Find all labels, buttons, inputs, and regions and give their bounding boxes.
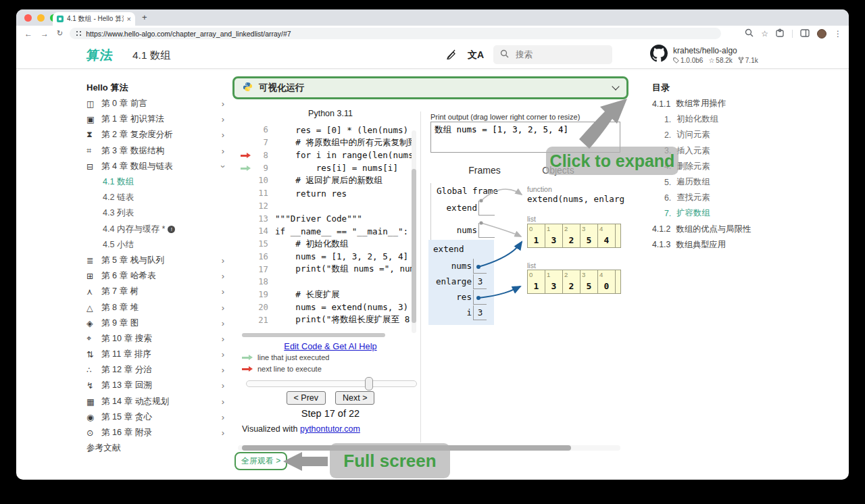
- sidebar-item[interactable]: ⊞第 6 章 哈希表›: [86, 268, 230, 284]
- code-text: print("数组 nums =", num: [275, 263, 415, 275]
- star-icon: ☆: [708, 57, 714, 64]
- hello-algo-logo[interactable]: 算法: [86, 47, 115, 64]
- repo-meta: 1.0.0b6 ☆58.2k 7.1k: [673, 57, 758, 64]
- code-text: nums = extend(nums, 3): [275, 302, 408, 312]
- minimize-window-button[interactable]: [37, 14, 45, 22]
- panel-divider: [420, 111, 421, 443]
- sidebar-item[interactable]: 4.1 数组: [86, 174, 230, 190]
- sidebar-item[interactable]: 4.2 链表: [86, 190, 230, 205]
- toc-item[interactable]: 7.扩容数组: [652, 205, 794, 221]
- fullscreen-link[interactable]: 全屏观看 >: [234, 452, 287, 470]
- sidebar-item[interactable]: ◉第 15 章 贪心›: [86, 409, 230, 425]
- toc-item[interactable]: 6.查找元素: [652, 190, 794, 205]
- legend-next-line: next line to execute: [242, 365, 322, 373]
- line-number: 15: [251, 239, 268, 249]
- code-horizontal-scrollbar[interactable]: [242, 333, 385, 337]
- toc-item[interactable]: 2.访问元素: [652, 127, 794, 143]
- github-icon: [650, 45, 668, 65]
- pythontutor-link[interactable]: pythontutor.com: [300, 424, 360, 434]
- browser-tab[interactable]: 4.1 数组 - Hello 算法 ×: [53, 12, 135, 26]
- browser-menu-icon[interactable]: ⋮: [834, 30, 842, 38]
- edit-code-link[interactable]: Edit Code & Get AI Help: [284, 341, 376, 351]
- sidebar-item[interactable]: ▣第 1 章 初识算法›: [86, 111, 230, 127]
- toc-item-number: 1.: [664, 115, 671, 124]
- cell-value: 1: [528, 235, 545, 245]
- just-executed-arrow-icon: [240, 162, 251, 174]
- sidebar-item[interactable]: ⇅第 11 章 排序›: [86, 347, 230, 362]
- sidebar-item[interactable]: ▦第 14 章 动态规划›: [86, 394, 230, 409]
- sidebar-item[interactable]: ↯第 13 章 回溯›: [86, 378, 230, 393]
- search-icon: [500, 49, 509, 61]
- prev-button[interactable]: < Prev: [287, 391, 326, 405]
- sidebar-item[interactable]: 参考文献: [86, 440, 230, 456]
- bookmark-star-icon[interactable]: ☆: [761, 30, 768, 38]
- step-slider-thumb[interactable]: [365, 377, 373, 390]
- sidebar-item[interactable]: ≣第 5 章 栈与队列›: [86, 253, 230, 268]
- theme-toggle-icon[interactable]: [446, 48, 458, 59]
- list-cell: 13: [545, 224, 563, 248]
- sidebar-item[interactable]: ◫第 0 章 前言›: [86, 96, 230, 111]
- step-slider-track[interactable]: [246, 380, 417, 387]
- toc-item[interactable]: 4.1.1数组常用操作: [652, 96, 794, 111]
- language-icon[interactable]: 文A: [468, 49, 484, 61]
- back-icon[interactable]: ←: [24, 29, 32, 39]
- profile-avatar[interactable]: [817, 29, 826, 39]
- sidebar-item[interactable]: ⋏第 7 章 树›: [86, 284, 230, 299]
- sidebar-item[interactable]: ⌗第 3 章 数据结构›: [86, 143, 230, 159]
- list-object-res: 0113223540: [527, 270, 621, 294]
- toc-item[interactable]: 1.初始化数组: [652, 111, 794, 127]
- sidebar-item[interactable]: ◈第 9 章 图›: [86, 316, 230, 331]
- code-line: 7 # 将原数组中的所有元素复制到: [240, 136, 417, 149]
- print-output-label: Print output (drag lower right corner to…: [430, 113, 580, 121]
- line-marker: [240, 251, 251, 263]
- sidebar-item[interactable]: 4.4 内存与缓存 *!: [86, 222, 230, 237]
- first-algorithms-icon: ▣: [86, 114, 101, 124]
- new-badge-icon: !: [168, 226, 175, 233]
- close-window-button[interactable]: [24, 14, 32, 22]
- sidebar-item[interactable]: ⧗第 2 章 复杂度分析›: [86, 127, 230, 143]
- github-repo-widget[interactable]: krahets/hello-algo 1.0.0b6 ☆58.2k 7.1k: [650, 45, 758, 65]
- refresh-icon[interactable]: ↻: [57, 29, 63, 38]
- chevron-right-icon: ›: [222, 397, 224, 407]
- preface-icon: ◫: [86, 99, 101, 109]
- search-input[interactable]: [514, 49, 595, 60]
- chevron-right-icon: ›: [222, 428, 224, 438]
- sidebar-item[interactable]: ∴第 12 章 分治›: [86, 362, 230, 378]
- toc-item-label: 查找元素: [676, 192, 710, 203]
- toc-item-number: 4.1.3: [652, 240, 670, 249]
- cell-value: 1: [528, 281, 545, 291]
- sidebar-item-label: 第 4 章 数组与链表: [101, 161, 173, 172]
- list-cell-clipped: [615, 270, 621, 294]
- sidebar-item[interactable]: 4.5 小结: [86, 237, 230, 253]
- pointer-cell: [478, 201, 495, 216]
- address-bar[interactable]: https://www.hello-algo.com/chapter_array…: [70, 28, 721, 39]
- extensions-icon[interactable]: [776, 28, 785, 39]
- next-button[interactable]: Next >: [335, 391, 374, 405]
- tab-close-icon[interactable]: ×: [127, 15, 131, 23]
- search-box[interactable]: [493, 45, 612, 64]
- cell-value: 0: [598, 281, 615, 291]
- sidebar-item[interactable]: ⌖第 10 章 搜索›: [86, 331, 230, 347]
- toc-item[interactable]: 5.遍历数组: [652, 174, 794, 190]
- sidebar-item[interactable]: 4.3 列表: [86, 205, 230, 221]
- chevron-down-icon[interactable]: [612, 82, 619, 90]
- forward-icon[interactable]: →: [41, 29, 49, 39]
- dynamic-programming-icon: ▦: [86, 397, 101, 407]
- list-cell-clipped: [615, 224, 621, 248]
- list-cell: 35: [580, 224, 598, 248]
- code-vertical-scrollbar[interactable]: [412, 169, 416, 323]
- sidebar-item-label: 第 12 章 分治: [101, 364, 152, 376]
- line-number: 21: [251, 316, 268, 325]
- side-panel-icon[interactable]: [800, 29, 810, 39]
- sidebar-item[interactable]: ⊟第 4 章 数组与链表›: [86, 159, 230, 174]
- toc-item[interactable]: 4.1.2数组的优点与局限性: [652, 222, 794, 237]
- sidebar-item[interactable]: ⊙第 16 章 附录›: [86, 425, 230, 440]
- toc-item[interactable]: 4.1.3数组典型应用: [652, 237, 794, 253]
- new-tab-button[interactable]: +: [142, 12, 147, 22]
- global-frame-var-row: nums: [437, 223, 495, 238]
- site-settings-icon[interactable]: [76, 30, 82, 36]
- code-line: 17 print("数组 nums =", num: [240, 263, 417, 276]
- sidebar-item-label: 第 15 章 贪心: [101, 411, 152, 423]
- zoom-icon[interactable]: [745, 28, 753, 39]
- sidebar-item[interactable]: △第 8 章 堆›: [86, 299, 230, 315]
